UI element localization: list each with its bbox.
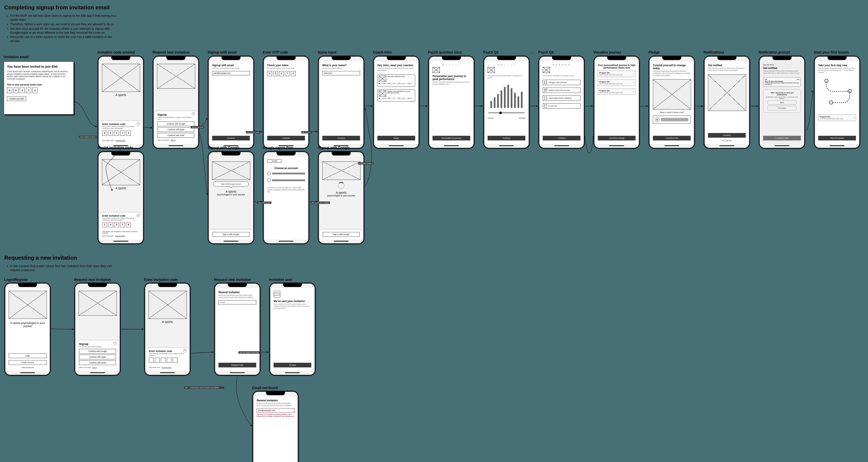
phone-not-found: Resend invitation Enter the email addres… <box>252 391 299 462</box>
email-input[interactable] <box>257 408 294 412</box>
start-lesson-button[interactable]: Start first lesson <box>818 136 856 140</box>
flow-label: signup with google <box>257 202 272 204</box>
coach-message-2: Answer a few questions so we can tailor … <box>377 89 415 102</box>
sheet-sub: Enter your email address to receive a ne… <box>157 117 194 120</box>
home-indicator <box>609 145 624 146</box>
program-card[interactable]: Program title Short module description g… <box>818 115 856 121</box>
continue-apple-button[interactable]: Continue with Apple <box>79 355 116 359</box>
checkbox-icon[interactable] <box>544 89 547 92</box>
request-invite-button[interactable]: Request invite <box>218 363 256 367</box>
email-cta-button[interactable]: Create account <box>7 96 26 101</box>
screen-label-notif-prompt: Notification prompt <box>758 51 790 54</box>
heading: Take your first step now <box>818 64 856 67</box>
begin-button[interactable]: Begin <box>377 136 415 140</box>
code-input-row[interactable]: 4 5 2 7 2 <box>102 131 139 136</box>
flow-label: otp is sent to email <box>246 131 260 134</box>
play-icon[interactable]: ▶ <box>655 117 659 122</box>
close-icon[interactable]: × <box>183 349 187 352</box>
sheet-sub: If you haven't received an invitation co… <box>102 126 139 129</box>
wireframe-flow-canvas: Completing signup from invitation email … <box>0 0 868 462</box>
screen-label-request-form: Request new invitation <box>214 278 251 282</box>
sheet-sub: Choose how you'd like to continue <box>79 346 116 348</box>
program-card-2[interactable]: Program title Short module description g… <box>598 80 636 86</box>
continue-google-button[interactable]: Continue with Google <box>157 121 194 126</box>
continue-button[interactable]: Continue <box>212 136 250 140</box>
otp-row[interactable]: 4 5 2 7 2 <box>267 71 305 76</box>
continue-google-button[interactable]: Continue with Google <box>79 349 116 354</box>
no-code-label: Don't have code? <box>102 140 114 141</box>
pledge-audio[interactable]: ▶ <box>653 116 691 124</box>
audio-wave-icon[interactable] <box>379 83 414 85</box>
program-card-3[interactable]: Program title Short module description g… <box>598 88 636 95</box>
signin-link[interactable]: Sign in <box>171 139 175 141</box>
close-icon[interactable]: × <box>137 213 140 217</box>
notch-icon <box>442 56 461 60</box>
continue-button[interactable]: Continue <box>488 136 525 140</box>
continue-button[interactable]: Continue <box>267 136 305 140</box>
request-invite-link[interactable]: Request invite <box>115 235 125 237</box>
continue-apple-button[interactable]: Continue with Apple <box>157 127 194 132</box>
login-button[interactable]: Login <box>9 353 46 358</box>
slider-input[interactable] <box>489 111 525 115</box>
tagline-sub: psychologist in your pocket <box>322 194 360 197</box>
home-indicator <box>334 241 349 241</box>
error-text: This code is not recognised or has expir… <box>102 231 139 234</box>
code-input-row[interactable] <box>149 358 186 363</box>
google-prompt-bubble[interactable]: Sign in with Google account <box>213 181 249 186</box>
continue-email-button[interactable]: Continue with email <box>157 133 194 138</box>
commit-button[interactable]: Commit to change <box>598 136 636 140</box>
create-account-button[interactable]: Create account <box>9 360 46 365</box>
checkbox-icon[interactable] <box>544 105 547 107</box>
close-icon[interactable]: × <box>137 122 140 125</box>
continue-button[interactable]: Continue <box>543 136 581 140</box>
request-invite-link[interactable]: Request invite <box>162 367 171 368</box>
commit-button[interactable]: I commit to this <box>763 136 801 140</box>
placeholder-image <box>9 291 47 319</box>
option-2[interactable]: I perform well under pressure <box>543 88 581 93</box>
radio-icon[interactable] <box>267 172 271 175</box>
program-card-1[interactable]: Program title Short module description g… <box>598 70 636 77</box>
checkbox-icon[interactable] <box>544 81 547 84</box>
go-back-button[interactable]: Go back <box>274 363 311 367</box>
slider-thumb[interactable] <box>499 112 502 114</box>
option-3[interactable]: I avoid high-pressure situations <box>543 95 581 101</box>
request-invite-link[interactable]: Request invite <box>116 140 125 141</box>
continue-button[interactable]: Continue <box>322 136 360 140</box>
account-option-2[interactable] <box>267 179 305 182</box>
email-input[interactable] <box>218 300 256 305</box>
screen-label-g-flow: Google signin flow <box>263 146 293 150</box>
checkbox-icon[interactable] <box>544 97 547 99</box>
continue-email-button[interactable]: Continue with email <box>79 360 116 365</box>
continue-button[interactable]: Continue <box>708 133 746 138</box>
phone-first-lesson: Take your first step now Your first less… <box>814 56 860 149</box>
audio-wave-icon[interactable] <box>379 97 414 100</box>
placeholder-image <box>708 75 746 111</box>
allow-button[interactable]: Allow <box>768 100 796 105</box>
screen-label-invite-code: Invitation code entered <box>97 51 134 54</box>
have-account-link[interactable]: I have an account <box>9 367 46 369</box>
close-icon[interactable]: × <box>113 342 117 345</box>
option-1[interactable]: I struggle under pressure <box>543 80 581 85</box>
screen-label-not-found: Email not found <box>252 386 278 390</box>
notch-icon <box>228 283 247 287</box>
name-input[interactable] <box>322 71 360 75</box>
home-indicator <box>113 241 128 241</box>
option-4[interactable]: I'm not sure <box>543 103 581 109</box>
screen-label-g-signup: Signup with Google <box>208 146 240 150</box>
signin-link[interactable]: Sign in <box>92 367 97 368</box>
sheet-title: Enter invitation code <box>149 350 186 352</box>
skip-link[interactable]: No, I got this <box>708 140 746 142</box>
account-option-1[interactable] <box>267 172 305 175</box>
google-signin-button[interactable]: Sign in with Google <box>323 232 360 237</box>
radio-icon[interactable] <box>267 179 271 182</box>
notch-icon <box>221 56 241 60</box>
google-signin-button[interactable]: Sign in with Google <box>213 232 249 237</box>
commit-button[interactable]: I commit to this <box>653 136 691 140</box>
email-input[interactable] <box>212 71 250 75</box>
screen-label-request2: Request new invitation <box>74 278 111 282</box>
code-input-row[interactable]: 1 4 3 7 8 <box>102 222 139 227</box>
deny-button[interactable]: Don't allow <box>768 106 796 110</box>
phone-invite-code: A sports × Enter invitation code If you … <box>97 56 144 149</box>
personalise-button[interactable]: Personalise my journey <box>433 136 470 140</box>
close-icon[interactable]: × <box>192 112 195 116</box>
